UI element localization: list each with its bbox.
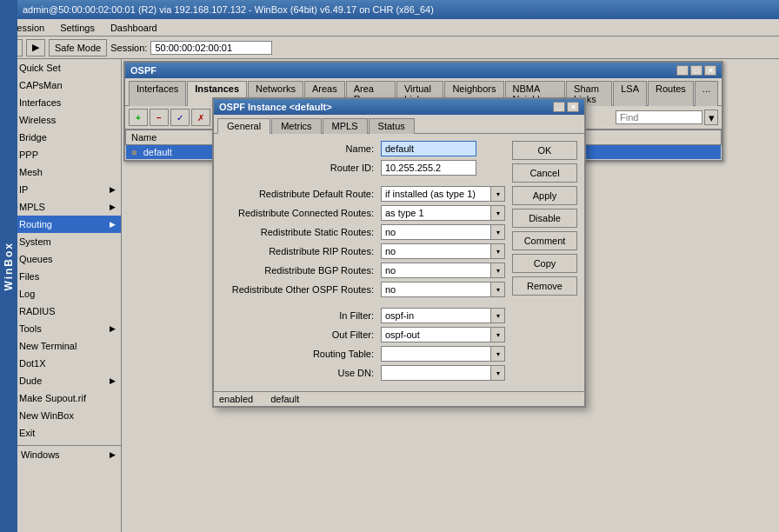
instance-minimize-btn[interactable]: _: [553, 102, 565, 112]
redist-connected-dropdown[interactable]: as type 1 ▾: [381, 205, 505, 221]
ospf-minimize-btn[interactable]: _: [676, 65, 689, 76]
menu-dashboard[interactable]: Dashboard: [103, 21, 164, 35]
sidebar-item-windows[interactable]: Windows ▶: [0, 446, 121, 463]
add-button[interactable]: +: [129, 109, 148, 126]
redist-static-dropdown[interactable]: no ▾: [381, 224, 505, 240]
redist-bgp-dropdown[interactable]: no ▾: [381, 263, 505, 278]
sidebar-item-new-winbox[interactable]: 🖥 New WinBox: [0, 407, 121, 424]
disable-button[interactable]: ✗: [191, 109, 210, 126]
redist-other-label: Redistribute Other OSPF Routes:: [221, 284, 377, 295]
redist-connected-row: Redistribute Connected Routes: as type 1…: [221, 205, 505, 221]
ospf-close-btn[interactable]: ✕: [704, 65, 716, 76]
sidebar-item-exit[interactable]: ✕ Exit: [0, 424, 121, 442]
routing-table-arrow[interactable]: ▾: [490, 347, 504, 361]
out-filter-arrow[interactable]: ▾: [490, 328, 504, 342]
tab-interfaces[interactable]: Interfaces: [129, 81, 186, 106]
use-dn-dropdown[interactable]: ▾: [381, 365, 505, 381]
router-id-label: Router ID:: [221, 163, 377, 173]
use-dn-arrow[interactable]: ▾: [490, 366, 504, 380]
routing-arrow: ▶: [110, 220, 116, 229]
redist-default-arrow[interactable]: ▾: [490, 187, 504, 201]
sidebar-item-tools[interactable]: 🔧 Tools ▶: [0, 320, 121, 337]
find-input[interactable]: [616, 110, 702, 124]
sidebar-item-mpls[interactable]: 255 MPLS ▶: [0, 198, 121, 216]
sidebar-item-bridge[interactable]: ⌂ Bridge: [0, 129, 121, 146]
sidebar-label-windows: Windows: [21, 449, 60, 460]
redist-other-dropdown[interactable]: no ▾: [381, 282, 505, 297]
instance-dialog-controls: _ ✕: [553, 102, 579, 112]
remove-button[interactable]: Remove: [512, 276, 577, 296]
in-filter-value: ospf-in: [382, 309, 490, 322]
sidebar-label-make-supout: Make Supout.rif: [19, 393, 86, 403]
redist-static-row: Redistribute Static Routes: no ▾: [221, 224, 505, 240]
routing-table-dropdown[interactable]: ▾: [381, 346, 505, 362]
row-status-icon: ■: [131, 147, 137, 157]
sidebar-item-radius[interactable]: ◎ RADIUS: [0, 303, 121, 320]
sidebar-item-files[interactable]: 📁 Files: [0, 268, 121, 285]
sidebar-item-ip[interactable]: ● IP ▶: [0, 181, 121, 198]
sidebar-item-wireless[interactable]: )))) Wireless: [0, 111, 121, 129]
instance-close-btn[interactable]: ✕: [567, 102, 579, 112]
ok-button[interactable]: OK: [512, 141, 577, 160]
redist-connected-arrow[interactable]: ▾: [490, 206, 504, 220]
sidebar-label-mesh: Mesh: [19, 167, 43, 177]
tab-metrics[interactable]: Metrics: [271, 118, 321, 134]
status-right: default: [270, 394, 299, 404]
sidebar-item-new-terminal[interactable]: ▶ New Terminal: [0, 337, 121, 355]
sidebar-item-mesh[interactable]: ⬡ Mesh: [0, 163, 121, 181]
redist-default-dropdown[interactable]: if installed (as type 1) ▾: [381, 186, 505, 202]
sidebar-item-quick-set[interactable]: ⚡ Quick Set: [0, 59, 121, 76]
redist-static-arrow[interactable]: ▾: [490, 225, 504, 239]
redist-rip-dropdown[interactable]: no ▾: [381, 243, 505, 259]
tab-lsa[interactable]: LSA: [613, 81, 647, 106]
sidebar-label-log: Log: [19, 289, 35, 299]
sidebar-label-wireless: Wireless: [19, 115, 56, 125]
copy-button[interactable]: Copy: [512, 254, 577, 273]
sidebar-item-ppp[interactable]: ⊕ PPP: [0, 146, 121, 163]
forward-button[interactable]: ▶: [26, 39, 45, 57]
sidebar-item-make-supout[interactable]: 💾 Make Supout.rif: [0, 389, 121, 407]
routing-table-row: Routing Table: ▾: [221, 346, 505, 362]
redist-other-value: no: [382, 283, 490, 296]
name-input[interactable]: [381, 141, 476, 156]
sidebar-item-capsman[interactable]: ■ CAPsMan: [0, 76, 121, 94]
sidebar-item-routing[interactable]: ↔ Routing ▶: [0, 216, 121, 233]
instance-dialog-statusbar: enabled default: [214, 391, 584, 406]
tab-more[interactable]: ...: [695, 81, 718, 106]
redist-rip-arrow[interactable]: ▾: [490, 244, 504, 258]
redist-other-arrow[interactable]: ▾: [490, 283, 504, 296]
tab-routes[interactable]: Routes: [648, 81, 694, 106]
in-filter-dropdown[interactable]: ospf-in ▾: [381, 308, 505, 323]
sidebar-item-dot1x[interactable]: ◉ Dot1X: [0, 355, 121, 372]
redist-bgp-arrow[interactable]: ▾: [490, 263, 504, 277]
comment-button[interactable]: Comment: [512, 231, 577, 250]
enable-button[interactable]: ✓: [170, 109, 190, 126]
sidebar-label-ip: IP: [19, 184, 28, 195]
sidebar-item-system[interactable]: ⚙ System: [0, 233, 121, 250]
sidebar-item-dude[interactable]: ◆ Dude ▶: [0, 372, 121, 389]
sidebar-label-new-winbox: New WinBox: [19, 410, 74, 421]
sidebar-item-log[interactable]: 📋 Log: [0, 285, 121, 303]
sidebar-item-queues[interactable]: ⏸ Queues: [0, 250, 121, 268]
disable-button[interactable]: Disable: [512, 209, 577, 228]
redist-default-value: if installed (as type 1): [382, 188, 490, 200]
tab-mpls[interactable]: MPLS: [323, 118, 368, 134]
session-input[interactable]: [150, 41, 272, 55]
in-filter-row: In Filter: ospf-in ▾: [221, 308, 505, 323]
out-filter-value: ospf-out: [382, 329, 490, 341]
find-arrow-btn[interactable]: ▾: [704, 110, 718, 125]
remove-button[interactable]: −: [150, 109, 169, 126]
tab-general[interactable]: General: [217, 118, 270, 134]
apply-button[interactable]: Apply: [512, 186, 577, 205]
sidebar-item-interfaces[interactable]: ≡ Interfaces: [0, 94, 121, 111]
instance-dialog-body: Name: Router ID: Redistribute Default Ro…: [214, 134, 584, 391]
menu-settings[interactable]: Settings: [53, 21, 102, 35]
cancel-button[interactable]: Cancel: [512, 163, 577, 183]
ospf-maximize-btn[interactable]: □: [690, 65, 702, 76]
tab-status[interactable]: Status: [369, 118, 415, 134]
in-filter-label: In Filter:: [221, 310, 377, 321]
in-filter-arrow[interactable]: ▾: [490, 309, 504, 323]
safe-mode-button[interactable]: Safe Mode: [49, 39, 107, 57]
out-filter-dropdown[interactable]: ospf-out ▾: [381, 327, 505, 342]
router-id-input[interactable]: [381, 160, 476, 176]
